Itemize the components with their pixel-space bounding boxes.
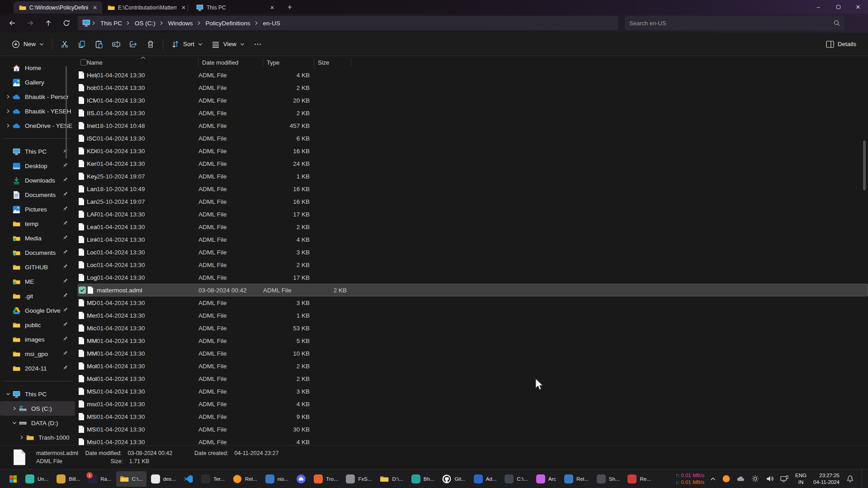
breadcrumb-button[interactable]: This PC [97, 19, 126, 28]
file-row[interactable]: LanmanWorkstation.adml 25-10-2024 19:07 … [78, 195, 868, 208]
breadcrumb-button[interactable]: OS (C:) [131, 19, 159, 28]
tree-item[interactable]: This PC [0, 387, 75, 401]
copy-button[interactable] [73, 37, 90, 52]
file-row[interactable]: IIS.adml 01-04-2024 13:30 ADML File 2 KB [78, 107, 868, 119]
file-row[interactable]: KDC.adml 01-04-2024 13:30 ADML File 16 K… [78, 145, 868, 157]
back-button[interactable] [5, 16, 20, 30]
sidebar-item[interactable]: Gallery [0, 75, 75, 89]
sidebar-item-pinned[interactable]: GITHUB [0, 260, 75, 274]
sidebar-item-pinned[interactable]: ME [0, 274, 75, 289]
file-row[interactable]: MSI.adml 01-04-2024 13:30 ADML File 30 K… [78, 423, 868, 436]
sidebar-item-pinned[interactable]: 2024-11 [0, 361, 75, 375]
taskbar-app[interactable] [293, 471, 309, 487]
file-list-scrollbar[interactable] [863, 141, 866, 190]
sidebar-item[interactable]: Home [0, 61, 75, 75]
file-row[interactable]: LinkLayerTopologyDiscovery.adml 01-04-20… [78, 233, 868, 246]
taskbar-app[interactable]: Ad... [470, 471, 500, 487]
sidebar-item-pinned[interactable]: Documents [0, 245, 75, 260]
paste-button[interactable] [90, 37, 108, 52]
sidebar-scrollbar[interactable] [66, 66, 67, 159]
file-row[interactable]: MMC.adml 01-04-2024 13:30 ADML File 5 KB [78, 334, 868, 347]
taskbar-app[interactable]: Bill... [53, 471, 84, 487]
up-button[interactable] [41, 16, 56, 30]
tree-chevron-icon[interactable] [17, 435, 26, 440]
tree-item[interactable]: DATA (D:) [0, 416, 75, 430]
sidebar-item-pinned[interactable]: Pictures [0, 202, 75, 216]
tree-chevron-icon[interactable] [10, 421, 19, 425]
taskbar-app[interactable]: D:\... [376, 471, 406, 487]
sort-ascending-icon[interactable] [141, 56, 146, 59]
search-icon[interactable] [834, 20, 840, 26]
taskbar-app[interactable]: C:\... [501, 471, 531, 487]
minimize-button[interactable]: – [808, 0, 828, 14]
explorer-tab[interactable]: E:\Contributation\Mattermost\... ✕ [102, 1, 191, 14]
sidebar-item-pinned[interactable]: Documents [0, 188, 75, 202]
taskbar-app[interactable] [180, 471, 197, 487]
tree-item[interactable]: Trash-1000 [0, 430, 75, 445]
cut-button[interactable] [56, 37, 73, 52]
new-tab-button[interactable]: + [284, 2, 296, 13]
sidebar-item-onedrive[interactable]: Bhautik - YESBH [0, 104, 75, 118]
taskbar-app[interactable]: Arc [533, 471, 560, 487]
breadcrumb-button[interactable]: PolicyDefinitions [202, 19, 254, 28]
sidebar-item-pinned[interactable]: Desktop [0, 159, 75, 173]
breadcrumb-button[interactable]: Windows [165, 19, 197, 28]
clock[interactable]: 23:27:2504-11-2024 [812, 471, 840, 487]
delete-button[interactable] [142, 37, 159, 52]
file-row[interactable]: LanmanServer.adml 18-10-2024 10:49 ADML … [78, 183, 868, 195]
chevron-right-icon[interactable] [4, 109, 13, 113]
tray-brightness-button[interactable] [750, 471, 760, 487]
show-desktop-button[interactable] [862, 469, 863, 488]
sidebar-item-pinned[interactable]: Google Drive [0, 303, 75, 318]
breadcrumb[interactable]: This PC OS (C:) Windows PolicyDe [78, 16, 618, 30]
file-row[interactable]: LeakDiagnostic.adml 01-04-2024 13:30 ADM… [78, 221, 868, 233]
refresh-button[interactable] [59, 16, 74, 30]
file-row[interactable]: LAPS.adml 01-04-2024 13:30 ADML File 17 … [78, 208, 868, 221]
taskbar-app[interactable]: Ter... [198, 471, 228, 487]
share-button[interactable] [125, 37, 142, 52]
rename-button[interactable]: A [108, 37, 125, 52]
select-all-checkbox[interactable] [80, 59, 87, 66]
taskbar-app[interactable]: Rel... [229, 471, 261, 487]
breadcrumb-button[interactable]: en-US [259, 19, 284, 28]
file-row[interactable]: MMCSnapins.adml 01-04-2024 13:30 ADML Fi… [78, 347, 868, 360]
file-row[interactable]: iSCSI.adml 01-04-2024 13:30 ADML File 6 … [78, 132, 868, 145]
taskbar-app[interactable]: Git... [439, 471, 469, 487]
tree-chevron-icon[interactable] [10, 406, 19, 411]
tab-close-icon[interactable]: ✕ [180, 4, 187, 11]
sidebar-item-pinned[interactable]: Media [0, 231, 75, 245]
tab-close-icon[interactable]: ✕ [91, 4, 99, 11]
search-input[interactable] [629, 20, 834, 27]
taskbar-app[interactable]: 1 Ra... [85, 471, 115, 487]
file-row[interactable]: MSAPolicy.adml 01-04-2024 13:30 ADML Fil… [78, 385, 868, 398]
file-row[interactable]: Messaging.adml 01-04-2024 13:30 ADML Fil… [78, 309, 868, 322]
tray-firefox-button[interactable] [722, 471, 731, 487]
view-button[interactable]: View [207, 37, 249, 52]
taskbar-app[interactable]: C:\... [116, 471, 146, 487]
file-row[interactable]: KeyboardFilterPolicy.adml 25-10-2024 19:… [78, 170, 868, 183]
file-row[interactable]: LocationProviderAdm.adml 01-04-2024 13:3… [78, 258, 868, 271]
tree-item[interactable]: OS (C:) [0, 401, 75, 416]
sort-button[interactable]: Sort [167, 37, 207, 52]
language-switcher[interactable]: ENGIN [794, 471, 807, 487]
file-row[interactable]: MSDT.adml 01-04-2024 13:30 ADML File 9 K… [78, 410, 868, 423]
details-pane-button[interactable]: Details [821, 37, 861, 52]
taskbar-app[interactable]: Sh... [593, 471, 623, 487]
column-header-size[interactable]: Size [314, 58, 351, 67]
file-row[interactable]: LocalSecurityAuthority.adml 01-04-2024 1… [78, 246, 868, 258]
taskbar-app[interactable]: Bh... [408, 471, 438, 487]
sidebar-item-pinned[interactable]: .git [0, 289, 75, 303]
taskbar-app[interactable]: nis... [262, 471, 292, 487]
taskbar-app[interactable]: Rel... [561, 471, 592, 487]
more-options-button[interactable] [249, 37, 266, 52]
row-checkbox[interactable] [79, 286, 86, 294]
taskbar-app[interactable]: Re... [624, 471, 654, 487]
sidebar-item-onedrive[interactable]: Bhautik - Persor [0, 89, 75, 104]
file-row[interactable]: MobilePCMobilityCenter.adml 01-04-2024 1… [78, 360, 868, 372]
taskbar-app[interactable]: Un... [22, 471, 52, 487]
file-row[interactable]: Msi-FileRecovery.adml 01-04-2024 13:30 A… [78, 436, 868, 445]
sidebar-item-pinned[interactable]: public [0, 318, 75, 332]
column-header-type[interactable]: Type [263, 58, 314, 67]
hidden-icons-button[interactable] [709, 471, 717, 487]
chevron-right-icon[interactable] [4, 123, 13, 128]
